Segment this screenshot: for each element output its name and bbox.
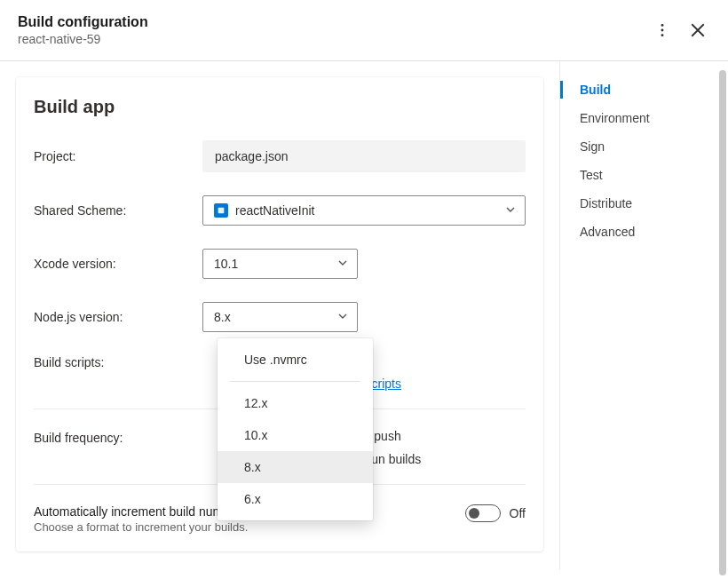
node-row: Node.js version: 8.x xyxy=(34,302,526,332)
header-left: Build configuration react-native-59 xyxy=(18,14,148,46)
chevron-down-icon xyxy=(337,257,348,271)
xcode-label: Xcode version: xyxy=(34,257,202,271)
project-label: Project: xyxy=(34,149,202,163)
node-version-dropdown: Use .nvmrc 12.x 10.x 8.x 6.x xyxy=(218,338,373,520)
header-actions xyxy=(653,21,707,39)
project-value: package.json xyxy=(202,140,526,172)
chevron-down-icon xyxy=(505,203,516,218)
sidebar-item-test[interactable]: Test xyxy=(560,161,728,189)
build-app-card: Build app Project: package.json Shared S… xyxy=(16,77,543,551)
node-option-8[interactable]: 8.x xyxy=(218,451,373,483)
sidebar-item-distribute[interactable]: Distribute xyxy=(560,189,728,218)
page-title: Build configuration xyxy=(18,14,148,30)
header: Build configuration react-native-59 xyxy=(0,0,728,61)
svg-point-2 xyxy=(661,34,664,36)
node-option-12[interactable]: 12.x xyxy=(218,387,373,419)
auto-increment-subtitle: Choose a format to increment your builds… xyxy=(34,520,248,534)
main-panel: Build app Project: package.json Shared S… xyxy=(0,61,559,570)
page-subtitle: react-native-59 xyxy=(18,32,148,46)
node-option-10[interactable]: 10.x xyxy=(218,419,373,451)
sidebar-item-sign[interactable]: Sign xyxy=(560,132,728,161)
svg-point-1 xyxy=(661,29,664,32)
auto-increment-toggle[interactable] xyxy=(465,504,501,522)
app-icon xyxy=(214,203,228,218)
toggle-state-label: Off xyxy=(510,506,526,520)
chevron-down-icon xyxy=(337,310,348,324)
svg-rect-3 xyxy=(218,208,225,214)
more-button[interactable] xyxy=(653,21,671,39)
node-option-nvmrc[interactable]: Use .nvmrc xyxy=(218,344,373,376)
close-icon xyxy=(690,22,706,38)
sidebar-item-environment[interactable]: Environment xyxy=(560,104,728,132)
scheme-select[interactable]: reactNativeInit xyxy=(202,195,526,226)
scripts-label: Build scripts: xyxy=(34,355,202,369)
node-select[interactable]: 8.x xyxy=(202,302,358,332)
node-option-6[interactable]: 6.x xyxy=(218,483,373,515)
node-value: 8.x xyxy=(214,310,231,324)
xcode-value: 10.1 xyxy=(214,257,238,271)
scrollbar[interactable] xyxy=(719,70,726,575)
scheme-row: Shared Scheme: reactNativeInit xyxy=(34,195,526,226)
body: Build app Project: package.json Shared S… xyxy=(0,61,728,570)
dropdown-separator xyxy=(230,381,360,382)
more-vertical-icon xyxy=(654,22,670,38)
auto-increment-title: Automatically increment build number xyxy=(34,504,248,519)
frequency-label: Build frequency: xyxy=(34,429,202,445)
sidebar-item-build[interactable]: Build xyxy=(560,75,728,104)
close-button[interactable] xyxy=(689,21,707,39)
node-label: Node.js version: xyxy=(34,310,202,324)
scheme-label: Shared Scheme: xyxy=(34,203,202,218)
sidebar-item-advanced[interactable]: Advanced xyxy=(560,218,728,246)
project-row: Project: package.json xyxy=(34,140,526,172)
xcode-row: Xcode version: 10.1 xyxy=(34,249,526,279)
scheme-value: reactNativeInit xyxy=(235,203,314,218)
svg-point-0 xyxy=(661,24,664,27)
xcode-select[interactable]: 10.1 xyxy=(202,249,358,279)
card-title: Build app xyxy=(34,97,526,117)
sidebar: Build Environment Sign Test Distribute A… xyxy=(559,61,728,570)
